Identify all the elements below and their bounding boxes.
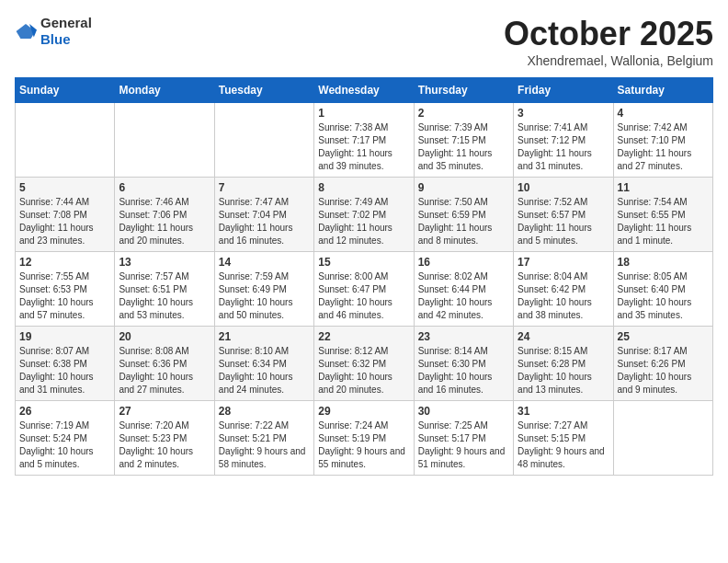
calendar-cell: 30Sunrise: 7:25 AM Sunset: 5:17 PM Dayli… xyxy=(414,401,513,476)
calendar-cell: 17Sunrise: 8:04 AM Sunset: 6:42 PM Dayli… xyxy=(514,252,613,327)
calendar-cell: 25Sunrise: 8:17 AM Sunset: 6:26 PM Dayli… xyxy=(613,327,712,401)
day-info: Sunrise: 7:52 AM Sunset: 6:57 PM Dayligh… xyxy=(518,196,609,247)
logo-text: General Blue xyxy=(40,15,92,48)
day-info: Sunrise: 8:02 AM Sunset: 6:44 PM Dayligh… xyxy=(418,270,509,322)
day-number: 9 xyxy=(418,181,509,194)
day-info: Sunrise: 8:07 AM Sunset: 6:38 PM Dayligh… xyxy=(19,345,110,396)
day-info: Sunrise: 8:08 AM Sunset: 6:36 PM Dayligh… xyxy=(119,345,210,396)
day-number: 6 xyxy=(119,181,210,194)
calendar-cell: 6Sunrise: 7:46 AM Sunset: 7:06 PM Daylig… xyxy=(115,178,214,252)
calendar-cell: 23Sunrise: 8:14 AM Sunset: 6:30 PM Dayli… xyxy=(414,327,513,401)
calendar-week-3: 12Sunrise: 7:55 AM Sunset: 6:53 PM Dayli… xyxy=(16,252,713,327)
day-number: 19 xyxy=(19,330,110,343)
weekday-header-wednesday: Wednesday xyxy=(314,78,414,103)
day-info: Sunrise: 8:00 AM Sunset: 6:47 PM Dayligh… xyxy=(318,270,409,322)
day-info: Sunrise: 7:25 AM Sunset: 5:17 PM Dayligh… xyxy=(418,419,509,471)
day-info: Sunrise: 7:24 AM Sunset: 5:19 PM Dayligh… xyxy=(318,419,409,471)
calendar-week-5: 26Sunrise: 7:19 AM Sunset: 5:24 PM Dayli… xyxy=(16,401,713,476)
day-info: Sunrise: 7:50 AM Sunset: 6:59 PM Dayligh… xyxy=(418,196,509,247)
weekday-header-friday: Friday xyxy=(514,78,613,103)
calendar-cell: 27Sunrise: 7:20 AM Sunset: 5:23 PM Dayli… xyxy=(115,401,214,476)
day-info: Sunrise: 8:05 AM Sunset: 6:40 PM Dayligh… xyxy=(618,270,709,322)
day-info: Sunrise: 7:44 AM Sunset: 7:08 PM Dayligh… xyxy=(19,196,110,247)
generalblue-logo-icon xyxy=(15,22,37,40)
day-info: Sunrise: 8:14 AM Sunset: 6:30 PM Dayligh… xyxy=(418,345,509,396)
day-number: 31 xyxy=(518,405,609,418)
day-number: 1 xyxy=(318,107,409,120)
day-info: Sunrise: 7:20 AM Sunset: 5:23 PM Dayligh… xyxy=(119,419,210,471)
day-number: 27 xyxy=(119,405,210,418)
calendar-cell xyxy=(214,103,313,178)
weekday-header-row: SundayMondayTuesdayWednesdayThursdayFrid… xyxy=(16,78,713,103)
calendar-cell xyxy=(16,103,115,178)
logo-blue: Blue xyxy=(40,31,71,47)
calendar-cell: 19Sunrise: 8:07 AM Sunset: 6:38 PM Dayli… xyxy=(16,327,115,401)
day-info: Sunrise: 7:19 AM Sunset: 5:24 PM Dayligh… xyxy=(19,419,110,471)
day-number: 16 xyxy=(418,256,509,269)
day-info: Sunrise: 8:15 AM Sunset: 6:28 PM Dayligh… xyxy=(518,345,609,396)
calendar-cell: 3Sunrise: 7:41 AM Sunset: 7:12 PM Daylig… xyxy=(514,103,613,178)
calendar-cell: 12Sunrise: 7:55 AM Sunset: 6:53 PM Dayli… xyxy=(16,252,115,327)
calendar-week-1: 1Sunrise: 7:38 AM Sunset: 7:17 PM Daylig… xyxy=(16,103,713,178)
day-info: Sunrise: 7:22 AM Sunset: 5:21 PM Dayligh… xyxy=(219,419,310,471)
calendar-cell: 22Sunrise: 8:12 AM Sunset: 6:32 PM Dayli… xyxy=(314,327,414,401)
day-info: Sunrise: 8:10 AM Sunset: 6:34 PM Dayligh… xyxy=(219,345,310,396)
calendar-cell xyxy=(115,103,214,178)
day-info: Sunrise: 7:38 AM Sunset: 7:17 PM Dayligh… xyxy=(318,121,409,173)
day-number: 22 xyxy=(318,330,409,343)
day-number: 30 xyxy=(418,405,509,418)
day-number: 13 xyxy=(119,256,210,269)
day-info: Sunrise: 8:04 AM Sunset: 6:42 PM Dayligh… xyxy=(518,270,609,322)
day-number: 18 xyxy=(618,256,709,269)
calendar-cell: 5Sunrise: 7:44 AM Sunset: 7:08 PM Daylig… xyxy=(16,178,115,252)
month-title: October 2025 xyxy=(504,15,713,53)
day-info: Sunrise: 7:55 AM Sunset: 6:53 PM Dayligh… xyxy=(19,270,110,322)
day-info: Sunrise: 7:39 AM Sunset: 7:15 PM Dayligh… xyxy=(418,121,509,173)
calendar-cell: 18Sunrise: 8:05 AM Sunset: 6:40 PM Dayli… xyxy=(613,252,712,327)
calendar-cell: 20Sunrise: 8:08 AM Sunset: 6:36 PM Dayli… xyxy=(115,327,214,401)
day-info: Sunrise: 7:42 AM Sunset: 7:10 PM Dayligh… xyxy=(618,121,709,173)
calendar-cell: 26Sunrise: 7:19 AM Sunset: 5:24 PM Dayli… xyxy=(16,401,115,476)
day-number: 8 xyxy=(318,181,409,194)
logo: General Blue xyxy=(15,15,92,48)
calendar-cell: 14Sunrise: 7:59 AM Sunset: 6:49 PM Dayli… xyxy=(214,252,313,327)
logo-general: General xyxy=(40,15,92,30)
day-number: 10 xyxy=(518,181,609,194)
calendar-week-4: 19Sunrise: 8:07 AM Sunset: 6:38 PM Dayli… xyxy=(16,327,713,401)
calendar-cell: 7Sunrise: 7:47 AM Sunset: 7:04 PM Daylig… xyxy=(214,178,313,252)
day-info: Sunrise: 8:17 AM Sunset: 6:26 PM Dayligh… xyxy=(618,345,709,396)
day-info: Sunrise: 7:49 AM Sunset: 7:02 PM Dayligh… xyxy=(318,196,409,247)
day-info: Sunrise: 7:46 AM Sunset: 7:06 PM Dayligh… xyxy=(119,196,210,247)
day-number: 3 xyxy=(518,107,609,120)
calendar-cell: 24Sunrise: 8:15 AM Sunset: 6:28 PM Dayli… xyxy=(514,327,613,401)
weekday-header-sunday: Sunday xyxy=(16,78,115,103)
day-number: 5 xyxy=(19,181,110,194)
weekday-header-tuesday: Tuesday xyxy=(214,78,313,103)
calendar-cell: 29Sunrise: 7:24 AM Sunset: 5:19 PM Dayli… xyxy=(314,401,414,476)
calendar-cell: 2Sunrise: 7:39 AM Sunset: 7:15 PM Daylig… xyxy=(414,103,513,178)
day-number: 25 xyxy=(618,330,709,343)
calendar-cell: 21Sunrise: 8:10 AM Sunset: 6:34 PM Dayli… xyxy=(214,327,313,401)
calendar-cell: 1Sunrise: 7:38 AM Sunset: 7:17 PM Daylig… xyxy=(314,103,414,178)
calendar-cell: 4Sunrise: 7:42 AM Sunset: 7:10 PM Daylig… xyxy=(613,103,712,178)
page-header: General Blue October 2025 Xhendremael, W… xyxy=(15,15,713,68)
calendar-cell: 9Sunrise: 7:50 AM Sunset: 6:59 PM Daylig… xyxy=(414,178,513,252)
day-number: 15 xyxy=(318,256,409,269)
calendar-cell: 28Sunrise: 7:22 AM Sunset: 5:21 PM Dayli… xyxy=(214,401,313,476)
day-number: 2 xyxy=(418,107,509,120)
day-number: 12 xyxy=(19,256,110,269)
location-subtitle: Xhendremael, Wallonia, Belgium xyxy=(504,53,713,68)
day-number: 4 xyxy=(618,107,709,120)
calendar-cell: 15Sunrise: 8:00 AM Sunset: 6:47 PM Dayli… xyxy=(314,252,414,327)
day-info: Sunrise: 7:59 AM Sunset: 6:49 PM Dayligh… xyxy=(219,270,310,322)
calendar-table: SundayMondayTuesdayWednesdayThursdayFrid… xyxy=(15,77,713,476)
day-info: Sunrise: 7:57 AM Sunset: 6:51 PM Dayligh… xyxy=(119,270,210,322)
calendar-cell: 16Sunrise: 8:02 AM Sunset: 6:44 PM Dayli… xyxy=(414,252,513,327)
calendar-cell: 11Sunrise: 7:54 AM Sunset: 6:55 PM Dayli… xyxy=(613,178,712,252)
day-number: 21 xyxy=(219,330,310,343)
weekday-header-saturday: Saturday xyxy=(613,78,712,103)
day-number: 29 xyxy=(318,405,409,418)
day-number: 24 xyxy=(518,330,609,343)
weekday-header-monday: Monday xyxy=(115,78,214,103)
calendar-week-2: 5Sunrise: 7:44 AM Sunset: 7:08 PM Daylig… xyxy=(16,178,713,252)
